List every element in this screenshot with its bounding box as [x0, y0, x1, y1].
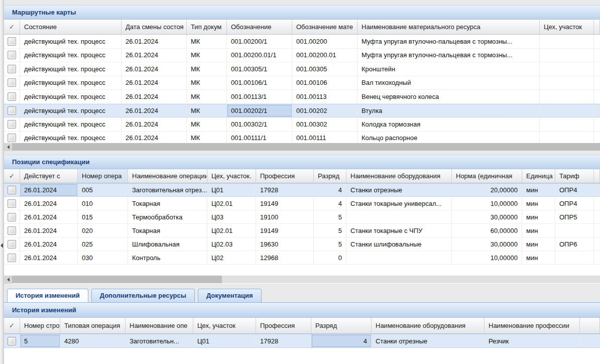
table-cell[interactable]: 26.01.2024 [122, 90, 187, 103]
column-header[interactable]: Обозначение [227, 20, 292, 34]
table-cell[interactable]: действующий тех. процесс [20, 35, 122, 48]
table-cell[interactable]: 26.01.2024 [20, 224, 78, 237]
column-header[interactable]: Номер стро [20, 318, 60, 333]
table-cell[interactable]: 19100 [256, 210, 314, 223]
table-row[interactable]: 26.01.2024015ТермообработкаЦ0319100530,0… [4, 210, 600, 224]
table-cell[interactable] [346, 210, 452, 223]
table-cell[interactable]: Станки шлифовальные [346, 237, 452, 251]
table-cell[interactable]: действующий тех. процесс [20, 104, 122, 117]
table-cell[interactable] [580, 334, 600, 347]
table-cell[interactable]: 4 [311, 334, 372, 347]
column-header[interactable]: Наименование оборудования [346, 169, 452, 183]
table-cell[interactable]: Муфта упругая втулочно-пальцевая с тормо… [357, 35, 540, 48]
table-cell[interactable] [594, 210, 600, 223]
row-checkbox[interactable] [8, 254, 16, 262]
table-cell[interactable] [594, 117, 600, 131]
table-cell[interactable]: 26.01.2024 [122, 76, 187, 90]
table-cell[interactable]: Термообработка [128, 210, 207, 223]
table-cell[interactable] [4, 251, 20, 264]
table-cell[interactable]: 001.00111 [292, 132, 357, 144]
table-cell[interactable]: 30,00000 [452, 237, 522, 251]
table-cell[interactable]: 12968 [256, 251, 314, 264]
table-cell[interactable]: Втулка [357, 104, 540, 117]
table-cell[interactable]: МК [187, 104, 227, 117]
table-cell[interactable] [4, 35, 20, 48]
table-cell[interactable]: МК [187, 117, 227, 131]
table-cell[interactable]: 030 [78, 251, 128, 264]
table-row[interactable]: 26.01.2024020ТокарнаяЦ02.01191495Станки … [4, 224, 600, 237]
column-header[interactable]: Наименование оборудования [372, 318, 485, 333]
column-header[interactable]: Единица и [522, 169, 555, 183]
column-header[interactable] [594, 20, 600, 34]
table-cell[interactable]: 001.00113 [292, 90, 357, 103]
column-header[interactable]: Наименование профессии [485, 318, 580, 333]
column-header[interactable]: Обозначение мате [292, 20, 357, 34]
table-cell[interactable] [4, 197, 20, 210]
row-checkbox[interactable] [8, 240, 16, 249]
table-cell[interactable] [594, 76, 600, 90]
table-cell[interactable] [4, 76, 20, 90]
column-header[interactable]: Типовая операция [60, 318, 126, 333]
column-header[interactable]: Разряд [311, 318, 372, 333]
table-cell[interactable]: 10,00000 [452, 251, 522, 264]
table-cell[interactable] [594, 49, 600, 62]
table-cell[interactable] [540, 49, 594, 62]
table-cell[interactable]: мин [522, 197, 555, 210]
column-header[interactable]: Номер опера [78, 169, 128, 183]
table-cell[interactable] [594, 184, 600, 196]
table-cell[interactable]: 001.00202 [292, 104, 357, 117]
table-cell[interactable]: 4 [314, 184, 346, 196]
table-cell[interactable]: 26.01.2024 [122, 49, 187, 62]
table-cell[interactable] [4, 49, 20, 62]
table-cell[interactable]: Кольцо распорное [357, 132, 540, 144]
table-row[interactable]: действующий тех. процесс26.01.2024МК001.… [4, 117, 600, 132]
table-cell[interactable]: мин [522, 224, 555, 237]
table-cell[interactable]: Венец червячного колеса [357, 90, 540, 103]
row-checkbox[interactable] [8, 106, 16, 115]
table-cell[interactable]: Шлифовальная [128, 237, 207, 251]
table-cell[interactable] [540, 104, 594, 117]
table-row[interactable]: действующий тех. процесс26.01.2024МК001.… [4, 104, 600, 118]
table-cell[interactable]: ОПР4 [555, 197, 594, 210]
table-cell[interactable] [555, 224, 594, 237]
table-row[interactable]: 26.01.2024010ТокарнаяЦ02.01191494Станки … [4, 197, 600, 210]
table-cell[interactable]: МК [187, 49, 227, 62]
table-cell[interactable] [540, 90, 594, 103]
panel-collapse-splitter[interactable] [0, 0, 4, 364]
scrollbar-thumb[interactable] [12, 276, 222, 283]
table-cell[interactable] [4, 184, 20, 196]
table-cell[interactable]: 26.01.2024 [122, 117, 187, 131]
table-cell[interactable] [540, 117, 594, 131]
table-cell[interactable]: 26.01.2024 [20, 197, 78, 210]
table-row[interactable]: действующий тех. процесс26.01.2024МК001.… [4, 132, 600, 144]
row-checkbox[interactable] [8, 120, 16, 129]
table-cell[interactable] [4, 224, 20, 237]
table-cell[interactable]: ОПР5 [555, 210, 594, 223]
horizontal-scrollbar[interactable] [4, 143, 600, 151]
table-cell[interactable] [594, 35, 600, 48]
table-cell[interactable]: Муфта упругая втулочно-пальцевая с тормо… [357, 49, 540, 62]
tab-history-changes[interactable]: История изменений [7, 289, 88, 302]
table-cell[interactable] [4, 62, 20, 76]
table-cell[interactable]: 17928 [256, 334, 311, 347]
table-cell[interactable] [4, 237, 20, 251]
column-header[interactable] [580, 318, 600, 333]
table-cell[interactable]: 001.00202/1 [227, 104, 292, 117]
column-header[interactable]: Тип докум [187, 20, 227, 34]
table-row[interactable]: действующий тех. процесс26.01.2024МК001.… [4, 49, 600, 63]
row-checkbox[interactable] [8, 199, 16, 208]
table-cell[interactable]: 001.00111/1 [227, 132, 292, 144]
table-cell[interactable]: 19149 [256, 224, 314, 237]
table-cell[interactable]: Ц02.01 [207, 224, 256, 237]
table-cell[interactable]: 015 [78, 210, 128, 223]
column-header[interactable]: Профессия [256, 318, 311, 333]
table-cell[interactable]: Заготовительная отрез... [128, 184, 207, 196]
table-cell[interactable]: 001.00200.01/1 [227, 49, 292, 62]
table-cell[interactable]: 26.01.2024 [122, 35, 187, 48]
table-cell[interactable] [4, 334, 20, 347]
table-cell[interactable]: 26.01.2024 [20, 210, 78, 223]
table-cell[interactable]: 26.01.2024 [122, 104, 187, 117]
table-cell[interactable] [555, 251, 594, 264]
row-checkbox[interactable] [8, 186, 16, 194]
table-cell[interactable] [594, 90, 600, 103]
